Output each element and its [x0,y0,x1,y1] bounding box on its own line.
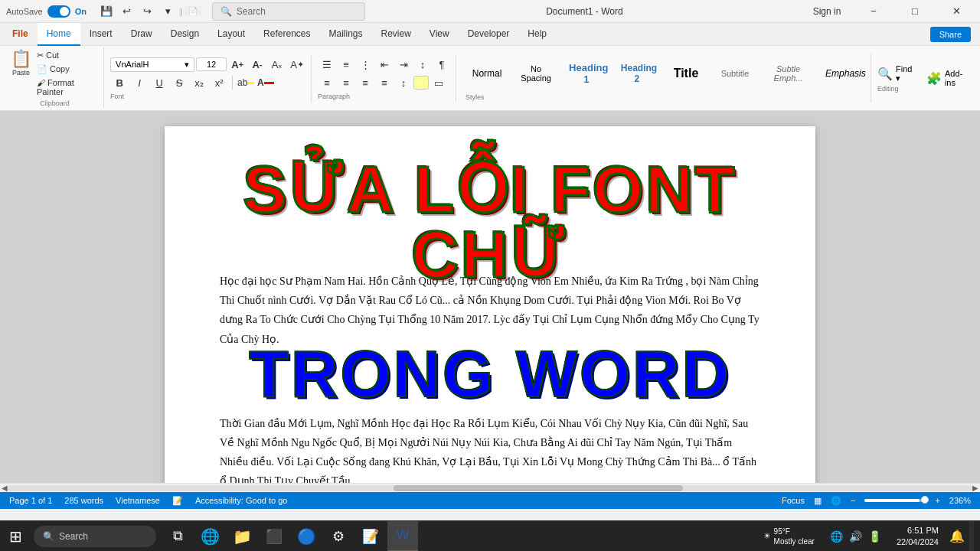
tab-developer[interactable]: Developer [459,23,519,46]
scroll-thumb[interactable] [394,485,683,491]
title-search-box[interactable]: 🔍 Search [212,2,365,21]
weather-widget: ☀ 95°F Mostly clear [757,527,821,546]
taskbar-explorer-btn[interactable]: 📁 [227,521,257,552]
network-icon[interactable]: 🌐 [830,530,843,543]
system-clock[interactable]: 6:51 PM 22/04/2024 [890,525,945,547]
close-btn[interactable]: ✕ [939,0,974,23]
tab-design[interactable]: Design [162,23,208,46]
tab-home[interactable]: Home [38,23,80,46]
style-normal[interactable]: Normal [464,64,510,83]
taskbar-edge-btn[interactable]: 🌐 [194,521,225,552]
decrease-font-btn[interactable]: A- [248,56,266,73]
undo-btn[interactable]: ↩ [118,3,136,20]
numbering-btn[interactable]: ≡ [337,56,355,73]
find-btn[interactable]: 🔍 Find ▾ [877,64,916,83]
style-no-spacing[interactable]: No Spacing [513,60,559,86]
focus-btn[interactable]: Focus [782,496,805,505]
style-subtle-emph[interactable]: Subtle Emph... [761,60,815,86]
style-emphasis[interactable]: Emphasis [818,64,864,83]
paste-btn[interactable]: 📋 Paste [11,49,31,98]
tab-insert[interactable]: Insert [80,23,122,46]
align-center-btn[interactable]: ≡ [337,74,355,91]
subscript-btn[interactable]: x₂ [190,74,208,91]
style-title[interactable]: Title [663,63,709,84]
underline-btn[interactable]: U [150,74,168,91]
print-layout-btn[interactable]: ▦ [814,496,822,506]
cut-btn[interactable]: ✂ Cut [33,49,99,62]
bullets-btn[interactable]: ☰ [318,56,336,73]
volume-icon[interactable]: 🔊 [849,530,862,543]
para-row-2: ≡ ≡ ≡ ≡ ↕ ▭ [318,74,451,91]
doc-paragraph-2: Thời Gian đầu Mới Lụm, Nghĩ Mồnh Học đại… [220,414,760,483]
strikethrough-btn[interactable]: S [170,74,188,91]
style-heading2[interactable]: Heading 2 [614,59,660,88]
clock-time: 6:51 PM [907,525,939,536]
style-subtitle[interactable]: Subtitle [712,65,758,82]
tab-mailings[interactable]: Mailings [319,23,371,46]
share-btn[interactable]: Share [930,27,971,42]
minimize-btn[interactable]: − [856,0,891,23]
bold-btn[interactable]: B [110,74,129,91]
taskbar-terminal-btn[interactable]: ⬛ [259,521,289,552]
tab-view[interactable]: View [420,23,459,46]
redo-btn[interactable]: ↪ [139,3,157,20]
notification-bell[interactable]: 🔔 [948,521,966,552]
scroll-right-btn[interactable]: ▶ [972,484,978,492]
tab-help[interactable]: Help [518,23,556,46]
autosave-toggle[interactable] [47,5,70,18]
highlight-btn[interactable]: ab [237,74,255,91]
superscript-btn[interactable]: x² [210,74,228,91]
addins-group: 🧩 Add-ins [922,67,974,89]
battery-icon[interactable]: 🔋 [868,530,881,543]
taskbar-search-box[interactable]: 🔍 Search [34,526,156,547]
zoom-in-btn[interactable]: + [935,496,939,505]
taskbar-notes-btn[interactable]: 📝 [355,521,386,552]
tab-file[interactable]: File [3,23,38,46]
shading-btn[interactable] [413,76,429,90]
format-painter-btn[interactable]: 🖌 Format Painter [33,77,99,98]
font-name-dropdown[interactable]: VnArialH▾ [110,57,194,72]
scroll-left-btn[interactable]: ◀ [2,484,8,492]
save-btn[interactable]: 💾 [97,3,116,20]
italic-btn[interactable]: I [130,74,149,91]
autosave-sep: | [180,7,182,16]
increase-indent-btn[interactable]: ⇥ [394,56,413,73]
tab-references[interactable]: References [254,23,319,46]
tab-review[interactable]: Review [372,23,420,46]
text-effects-btn[interactable]: A✦ [288,56,306,73]
taskbar-chrome-btn[interactable]: 🔵 [291,521,322,552]
addins-btn[interactable]: 🧩 Add-ins [926,69,969,87]
decrease-indent-btn[interactable]: ⇤ [375,56,394,73]
justify-btn[interactable]: ≡ [375,74,394,91]
zoom-slider[interactable] [864,499,926,502]
maximize-btn[interactable]: □ [897,0,933,23]
sort-btn[interactable]: ↕ [413,56,432,73]
clear-formatting-btn[interactable]: Aₓ [268,56,286,73]
border-btn[interactable]: ▭ [430,74,448,91]
horizontal-scrollbar[interactable]: ◀ ▶ [0,483,980,492]
sign-in-btn[interactable]: Sign in [804,0,850,23]
web-layout-btn[interactable]: 🌐 [831,496,841,506]
taskbar-word-btn[interactable]: W [387,521,418,552]
page-info: Page 1 of 1 [9,496,52,505]
tab-draw[interactable]: Draw [122,23,162,46]
align-left-btn[interactable]: ≡ [318,74,336,91]
windows-start-btn[interactable]: ⊞ [0,521,31,552]
show-hide-btn[interactable]: ¶ [433,56,451,73]
font-color-btn[interactable]: A [256,74,275,91]
customize-btn[interactable]: ▾ [159,3,178,20]
tab-layout[interactable]: Layout [208,23,254,46]
zoom-out-btn[interactable]: − [851,496,855,505]
increase-font-btn[interactable]: A+ [228,56,247,73]
style-heading1[interactable]: Heading 1 [562,58,611,89]
line-spacing-btn[interactable]: ↕ [394,74,413,91]
copy-btn[interactable]: 📄 Copy [33,63,99,76]
multilevel-btn[interactable]: ⋮ [356,56,374,73]
taskbar-settings-btn[interactable]: ⚙ [323,521,354,552]
align-right-btn[interactable]: ≡ [356,74,374,91]
taskbar-taskview-btn[interactable]: ⧉ [162,521,193,552]
font-size-dropdown[interactable]: 12 [196,57,227,71]
show-desktop-btn[interactable] [969,521,974,552]
system-tray: 🌐 🔊 🔋 [824,530,887,543]
language-status: Vietnamese [116,496,160,505]
